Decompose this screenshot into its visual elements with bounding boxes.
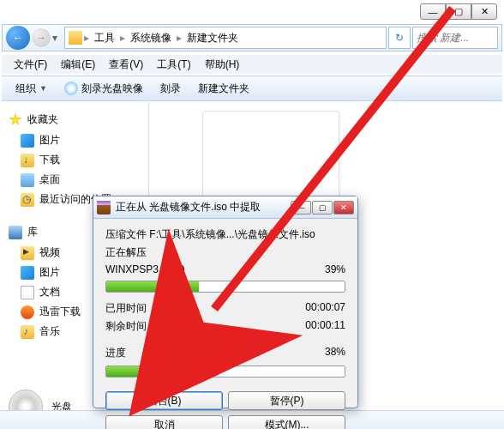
menu-file[interactable]: 文件(F) [7,56,54,74]
breadcrumb-sep: ▸ [177,32,182,44]
remaining-label: 剩余时间 [105,319,147,334]
total-progress-bar [105,366,345,378]
sidebar-item-desktop[interactable]: 桌面 [2,170,148,190]
nav-bar: ← → ▾ ▸ 工具 ▸ 系统镜像 ▸ 新建文件夹 ↻ [2,24,502,51]
toolbar: 组织▼ 刻录光盘映像 刻录 新建文件夹 [2,76,502,101]
xunlei-icon [21,305,34,319]
dialog-current-pct: 39% [325,263,345,275]
dialog-maximize[interactable]: ▢ [312,201,333,214]
elapsed-value: 00:00:07 [305,301,345,316]
dialog-minimize[interactable]: — [291,201,311,214]
total-progress-fill [106,366,197,377]
folder-icon [69,31,82,45]
dialog-extracting-label: 正在解压 [105,245,345,260]
dialog-body: 压缩文件 F:\工具\系统镜像...\光盘镜像文件.iso 正在解压 WINXP… [93,219,357,429]
background-button[interactable]: 后台(B) [105,391,223,410]
menu-view[interactable]: 查看(V) [102,56,150,74]
sidebar-item-pictures[interactable]: 图片 [2,130,148,150]
music-icon [21,325,34,339]
sidebar-item-label: 迅雷下载 [39,305,81,319]
breadcrumb[interactable]: ▸ 工具 ▸ 系统镜像 ▸ 新建文件夹 [64,27,387,49]
breadcrumb-sep: ▸ [120,32,125,44]
window-close[interactable]: ✕ [471,3,497,20]
total-progress-pct: 38% [325,346,345,360]
pause-button[interactable]: 暂停(P) [228,391,345,410]
toolbar-organize-label: 组织 [15,82,36,96]
toolbar-burn[interactable]: 刻录 [152,78,189,100]
documents-icon [21,286,34,299]
nav-forward-button[interactable]: → [32,28,51,47]
downloads-icon [21,154,34,167]
mode-button[interactable]: 模式(M)... [228,415,345,429]
breadcrumb-item-2[interactable]: 新建文件夹 [183,29,242,47]
libraries-icon [9,226,22,239]
breadcrumb-item-1[interactable]: 系统镜像 [127,29,175,47]
menu-help[interactable]: 帮助(H) [198,56,247,74]
search-box[interactable] [412,27,498,49]
elapsed-label: 已用时间 [105,301,147,316]
sidebar-favorites-label: 收藏夹 [27,112,58,127]
sidebar-item-label: 文档 [39,285,60,299]
nav-history-dropdown[interactable]: ▾ [52,32,63,44]
videos-icon [21,246,34,260]
sidebar-item-label: 下载 [39,153,60,167]
menu-edit[interactable]: 编辑(E) [54,56,102,74]
search-input[interactable] [417,32,494,44]
remaining-value: 00:00:11 [305,319,345,334]
pictures-icon [21,266,34,280]
nav-back-button[interactable]: ← [6,26,30,50]
sidebar-item-label: 音乐 [39,324,60,339]
dialog-titlebar[interactable]: 正在从 光盘镜像文件.iso 中提取 — ▢ ✕ [93,196,357,219]
sidebar-item-label: 图片 [39,265,60,280]
sidebar-libraries-label: 库 [27,225,38,239]
breadcrumb-item-0[interactable]: 工具 [91,29,118,47]
total-progress-label: 进度 [105,346,126,360]
desktop-icon [21,173,34,187]
sidebar-favorites-group: 收藏夹 图片 下载 桌面 最近访问的位置 [2,109,148,209]
extract-dialog: 正在从 光盘镜像文件.iso 中提取 — ▢ ✕ 压缩文件 F:\工具\系统镜像… [93,196,358,408]
sidebar-item-downloads[interactable]: 下载 [2,150,148,170]
dialog-current-file: WINXPSP3.GHO [105,263,185,275]
archive-icon [97,201,111,214]
sidebar-item-label: 图片 [39,133,60,148]
pictures-icon [21,134,34,148]
cancel-button[interactable]: 取消 [105,415,223,429]
sidebar-favorites-header[interactable]: 收藏夹 [2,109,148,130]
sidebar-item-label: 视频 [39,245,60,260]
dialog-title: 正在从 光盘镜像文件.iso 中提取 [116,200,285,214]
breadcrumb-sep: ▸ [84,32,89,44]
toolbar-organize[interactable]: 组织▼ [7,78,56,100]
toolbar-burn-image-label: 刻录光盘映像 [81,82,143,96]
disc-icon [64,82,78,95]
menu-tools[interactable]: 工具(T) [150,56,197,74]
recent-icon [21,193,34,207]
file-progress-bar [105,281,345,293]
window-minimize[interactable]: — [420,3,446,20]
toolbar-new-folder[interactable]: 新建文件夹 [189,78,258,100]
dialog-close[interactable]: ✕ [333,201,354,214]
file-progress-fill [106,281,199,292]
window-maximize[interactable]: ▢ [446,3,471,20]
dialog-file-line: 压缩文件 F:\工具\系统镜像...\光盘镜像文件.iso [105,227,345,242]
chevron-down-icon: ▼ [39,84,47,93]
menu-bar: 文件(F) 编辑(E) 查看(V) 工具(T) 帮助(H) [2,55,502,74]
refresh-button[interactable]: ↻ [388,27,411,49]
toolbar-burn-image[interactable]: 刻录光盘映像 [56,78,152,100]
sidebar-item-label: 桌面 [39,172,60,187]
star-icon [9,113,22,127]
